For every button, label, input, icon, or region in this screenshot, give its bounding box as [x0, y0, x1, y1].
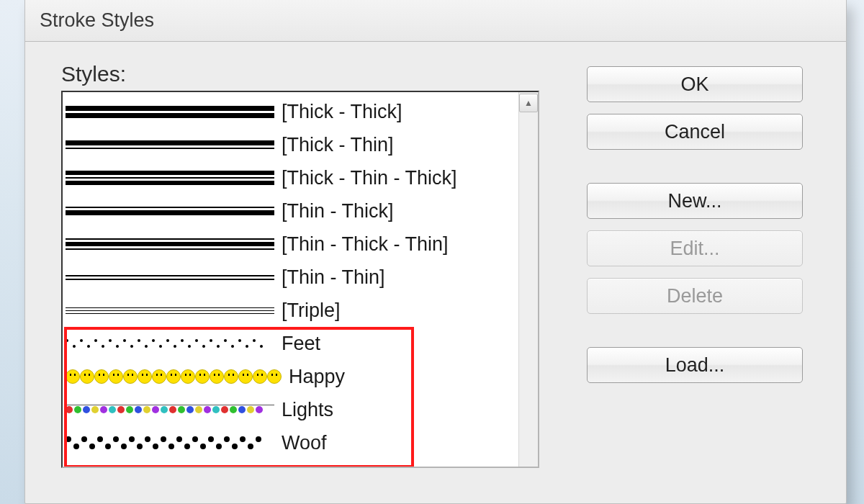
stroke-preview-icon [66, 230, 274, 258]
dialog-title: Stroke Styles [40, 9, 154, 32]
edit-button[interactable]: Edit... [587, 230, 803, 266]
list-item[interactable]: Feet [66, 327, 516, 360]
list-item[interactable]: Woof [66, 426, 516, 459]
list-item-label: [Thick - Thin - Thick] [282, 167, 457, 189]
stroke-preview-icon [66, 429, 274, 456]
delete-button[interactable]: Delete [587, 278, 803, 314]
stroke-preview-icon [66, 363, 282, 390]
list-item[interactable]: [Thin - Thick - Thin] [66, 228, 516, 261]
list-item[interactable]: [Thick - Thin - Thick] [66, 161, 516, 194]
list-item-label: [Thick - Thick] [282, 101, 402, 123]
list-item[interactable]: [Thick - Thick] [66, 95, 516, 128]
scrollbar[interactable]: ▲ [518, 92, 538, 467]
list-item[interactable]: Happy [66, 360, 516, 393]
stroke-preview-icon [66, 330, 274, 357]
stroke-preview-icon [66, 396, 274, 423]
list-item-label: [Thick - Thin] [282, 134, 394, 156]
list-item[interactable]: [Triple] [66, 294, 516, 327]
list-item-label: Feet [282, 333, 320, 355]
stroke-preview-icon [66, 297, 274, 324]
stroke-preview-icon [66, 98, 274, 125]
load-button[interactable]: Load... [587, 347, 803, 383]
list-item[interactable]: Lights [66, 393, 516, 426]
list-item-label: Woof [282, 432, 327, 454]
styles-label: Styles: [61, 62, 551, 86]
cancel-button[interactable]: Cancel [587, 114, 803, 150]
list-item[interactable]: [Thin - Thick] [66, 194, 516, 228]
dialog-titlebar: Stroke Styles [25, 0, 846, 42]
stroke-preview-icon [66, 264, 274, 291]
list-item-label: [Thin - Thin] [282, 266, 385, 289]
stroke-preview-icon [66, 131, 274, 158]
list-item-label: Lights [282, 399, 333, 421]
stroke-styles-dialog: Stroke Styles Styles: ▲ [24, 0, 847, 504]
chevron-up-icon: ▲ [524, 98, 533, 108]
list-item-label: Happy [289, 366, 345, 388]
list-item-label: [Thin - Thick] [282, 200, 394, 222]
list-item[interactable]: [Thick - Thin] [66, 128, 516, 161]
list-item[interactable]: [Thin - Thin] [66, 261, 516, 294]
ok-button[interactable]: OK [587, 66, 803, 102]
stroke-preview-icon [66, 164, 274, 192]
styles-listbox[interactable]: ▲ [Thick - Thick] [61, 91, 539, 468]
scroll-up-button[interactable]: ▲ [519, 94, 538, 112]
stroke-preview-icon [66, 197, 274, 225]
list-item-label: [Thin - Thick - Thin] [282, 233, 449, 256]
new-button[interactable]: New... [587, 183, 803, 219]
list-item-label: [Triple] [282, 300, 341, 322]
